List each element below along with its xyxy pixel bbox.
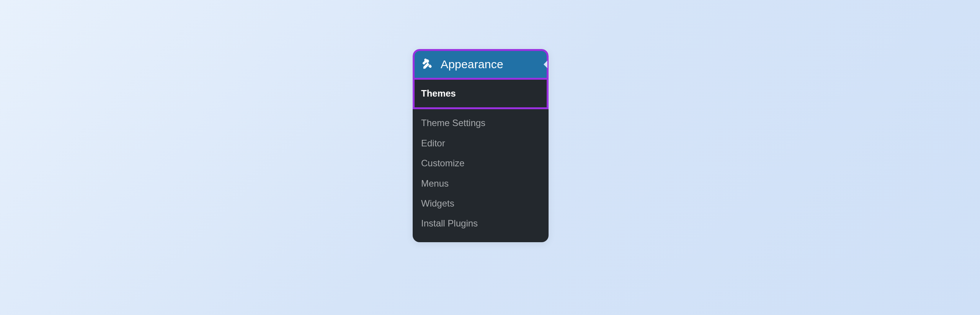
appearance-submenu: Themes Theme Settings Editor Customize M… — [413, 80, 549, 242]
submenu-item-theme-settings[interactable]: Theme Settings — [413, 113, 549, 133]
appearance-brush-icon — [421, 58, 434, 71]
submenu-item-widgets[interactable]: Widgets — [413, 194, 549, 213]
submenu-item-customize[interactable]: Customize — [413, 153, 549, 173]
submenu-item-label: Editor — [421, 138, 445, 148]
menu-header-label: Appearance — [441, 58, 503, 71]
submenu-item-label: Themes — [421, 88, 456, 98]
submenu-item-menus[interactable]: Menus — [413, 174, 549, 194]
submenu-item-editor[interactable]: Editor — [413, 133, 549, 153]
menu-caret-icon — [544, 61, 547, 68]
submenu-item-label: Customize — [421, 158, 464, 168]
submenu-item-themes[interactable]: Themes — [413, 80, 549, 109]
appearance-menu: Appearance Themes Theme Settings Editor … — [413, 49, 549, 242]
submenu-item-label: Theme Settings — [421, 118, 485, 128]
submenu-item-label: Widgets — [421, 198, 454, 208]
submenu-item-install-plugins[interactable]: Install Plugins — [413, 213, 549, 233]
submenu-item-label: Menus — [421, 178, 449, 189]
submenu-body: Theme Settings Editor Customize Menus Wi… — [413, 109, 549, 242]
submenu-item-label: Install Plugins — [421, 218, 478, 228]
menu-header-appearance[interactable]: Appearance — [413, 49, 549, 80]
